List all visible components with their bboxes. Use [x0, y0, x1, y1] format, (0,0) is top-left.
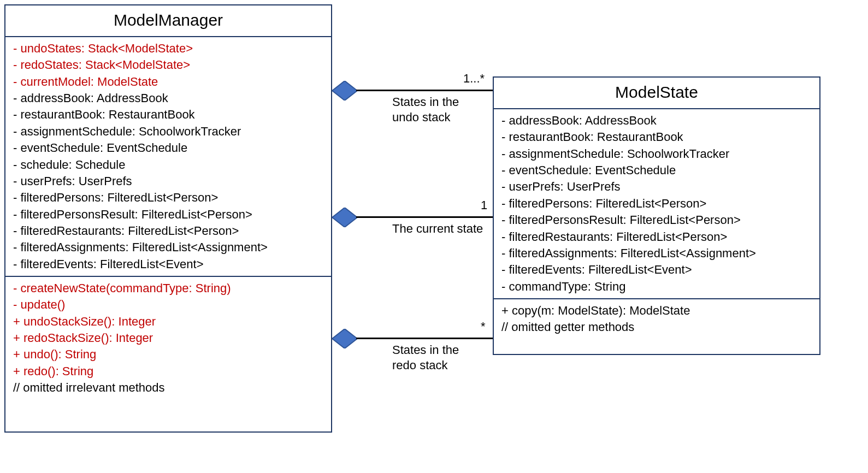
- method: - createNewState(commandType: String): [13, 280, 324, 297]
- svg-marker-0: [332, 81, 357, 100]
- attr: - filteredEvents: FilteredList<Event>: [13, 256, 324, 273]
- multiplicity-redo: *: [481, 319, 486, 334]
- attr: - addressBook: AddressBook: [501, 113, 813, 129]
- composition-diamond-icon: [332, 81, 357, 100]
- attr: - filteredRestaurants: FilteredList<Pers…: [501, 229, 813, 245]
- association-label-redo: States in the redo stack: [392, 342, 459, 373]
- attr: - filteredAssignments: FilteredList<Assi…: [501, 245, 813, 262]
- method: + redo(): String: [13, 363, 324, 380]
- attr: - filteredPersonsResult: FilteredList<Pe…: [13, 206, 324, 223]
- attr: - userPrefs: UserPrefs: [13, 173, 324, 190]
- attr: - restaurantBook: RestaurantBook: [501, 129, 813, 145]
- association-label-undo: States in the undo stack: [392, 94, 459, 125]
- attr: - filteredPersonsResult: FilteredList<Pe…: [501, 212, 813, 228]
- class-model-manager-methods: - createNewState(commandType: String) - …: [5, 276, 331, 400]
- association-line-redo: [356, 338, 493, 339]
- method: - update(): [13, 297, 324, 313]
- attr: - restaurantBook: RestaurantBook: [13, 107, 324, 123]
- attr: - filteredRestaurants: FilteredList<Pers…: [13, 223, 324, 239]
- class-model-manager-attributes: - undoStates: Stack<ModelState> - redoSt…: [5, 37, 331, 276]
- class-model-state-title: ModelState: [494, 78, 819, 109]
- attr: - userPrefs: UserPrefs: [501, 179, 813, 195]
- svg-marker-1: [332, 208, 357, 227]
- attr: - assignmentSchedule: SchoolworkTracker: [13, 123, 324, 140]
- attr: - eventSchedule: EventSchedule: [13, 140, 324, 156]
- association-line-current: [356, 216, 493, 218]
- method: + undoStackSize(): Integer: [13, 314, 324, 330]
- label-line: redo stack: [392, 358, 459, 373]
- attr: - filteredEvents: FilteredList<Event>: [501, 262, 813, 278]
- attr: - currentModel: ModelState: [13, 74, 324, 90]
- label-line: The current state: [392, 221, 483, 236]
- class-model-state-methods: + copy(m: ModelState): ModelState // omi…: [494, 298, 819, 339]
- class-model-manager-title: ModelManager: [5, 5, 331, 37]
- attr: - filteredAssignments: FilteredList<Assi…: [13, 239, 324, 256]
- association-line-undo: [356, 90, 493, 91]
- class-model-state-attributes: - addressBook: AddressBook - restaurantB…: [494, 109, 819, 298]
- method: + undo(): String: [13, 346, 324, 363]
- composition-diamond-icon: [332, 208, 357, 227]
- label-line: States in the: [392, 94, 459, 110]
- method: // omitted getter methods: [501, 319, 813, 335]
- attr: - commandType: String: [501, 279, 813, 295]
- method: // omitted irrelevant methods: [13, 380, 324, 396]
- composition-diamond-icon: [332, 329, 357, 348]
- association-label-current: The current state: [392, 221, 483, 236]
- label-line: undo stack: [392, 110, 459, 125]
- attr: - assignmentSchedule: SchoolworkTracker: [501, 146, 813, 162]
- attr: - addressBook: AddressBook: [13, 90, 324, 107]
- method: + redoStackSize(): Integer: [13, 330, 324, 346]
- multiplicity-current: 1: [481, 198, 487, 213]
- class-model-manager: ModelManager - undoStates: Stack<ModelSt…: [4, 4, 332, 433]
- attr: - undoStates: Stack<ModelState>: [13, 40, 324, 57]
- class-model-state: ModelState - addressBook: AddressBook - …: [493, 76, 820, 355]
- attr: - eventSchedule: EventSchedule: [501, 162, 813, 179]
- multiplicity-undo: 1...*: [463, 71, 485, 86]
- attr: - redoStates: Stack<ModelState>: [13, 57, 324, 73]
- attr: - filteredPersons: FilteredList<Person>: [501, 196, 813, 212]
- attr: - schedule: Schedule: [13, 157, 324, 173]
- svg-marker-2: [332, 329, 357, 348]
- attr: - filteredPersons: FilteredList<Person>: [13, 190, 324, 206]
- label-line: States in the: [392, 342, 459, 358]
- method: + copy(m: ModelState): ModelState: [501, 303, 813, 319]
